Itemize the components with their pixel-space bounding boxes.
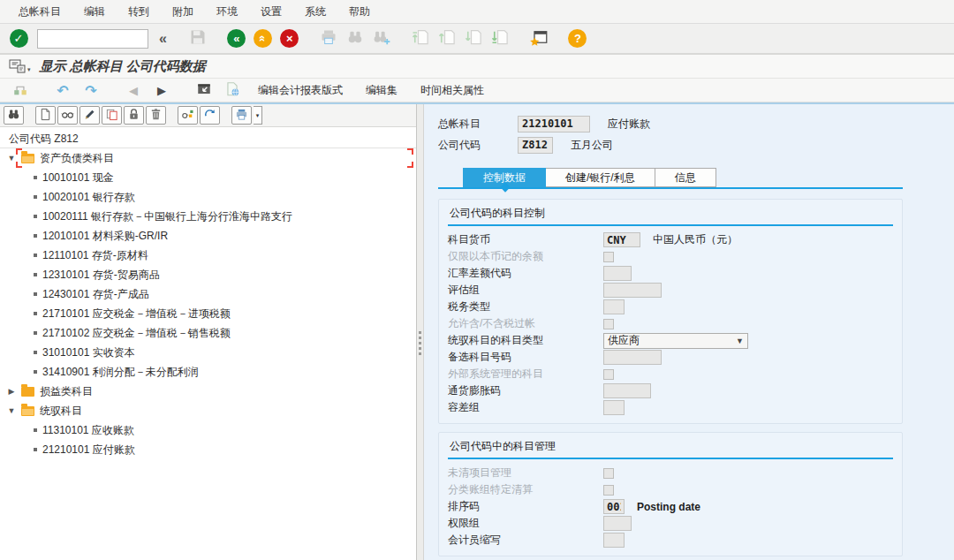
next-button[interactable]: ▶ [150,80,173,100]
redo-button[interactable]: ↷ [80,80,102,100]
field-input[interactable] [603,266,632,281]
field-input[interactable] [603,400,625,415]
display-icon [61,108,74,124]
field-checkbox[interactable] [603,319,614,329]
field-label: 科目货币 [448,232,603,247]
tree-item[interactable]: ▼资产负债类科目 [0,148,416,168]
find-button[interactable] [344,27,367,50]
tree-header-company-code: 公司代码 Z812 [0,129,416,148]
tree-item[interactable]: 12310101 存货-贸易商品 [0,265,416,284]
menu-item-7[interactable]: 帮助 [337,4,382,19]
back-button[interactable]: « [225,27,248,50]
field-checkbox[interactable] [603,468,614,479]
field-input[interactable] [603,533,625,548]
menu-item-2[interactable]: 转到 [117,4,161,19]
tree-item[interactable]: 31010101 实收资本 [0,343,416,362]
tree-item[interactable]: 10020111 银行存款－中国银行上海分行淮海中路支行 [0,207,416,226]
tree-item[interactable]: 12430101 存货-产成品 [0,284,416,304]
print-button[interactable] [317,27,340,50]
field-select[interactable]: 供应商▼ [603,333,748,349]
menu-item-4[interactable]: 环境 [205,4,249,19]
tree-item[interactable]: 10010101 现金 [0,168,416,187]
command-field-input[interactable] [37,29,148,49]
chevron-down-icon[interactable]: ▼ [7,154,16,163]
tree-display-button[interactable] [57,106,78,125]
selection-corner [407,148,413,155]
field-checkbox[interactable] [603,485,614,496]
undo-button[interactable]: ↶ [51,80,74,100]
field-checkbox[interactable] [603,252,614,262]
print-icon [320,28,337,49]
hierarchy-button[interactable] [9,80,32,100]
tab-2[interactable]: 信息 [655,168,716,187]
tree-item[interactable]: ▼统驭科目 [0,401,416,420]
menu-item-0[interactable]: 总帐科目 [7,4,72,19]
previous-button[interactable]: ◀ [122,80,145,100]
find-next-button[interactable] [370,27,393,50]
tree-copy-button[interactable] [102,106,122,125]
chevron-right-icon[interactable]: ▶ [7,387,16,396]
tree-item[interactable]: 12110101 存货-原材料 [0,246,416,265]
new-session-button[interactable] [527,27,550,50]
tree-edit-button[interactable] [80,106,100,125]
company-code-value[interactable]: Z812 [518,137,553,154]
gl-account-value[interactable]: 21210101 [518,116,590,132]
tree-create-button[interactable] [35,106,56,125]
find-next-icon [373,28,390,49]
tree-item[interactable]: ▶损益类科目 [0,382,416,401]
delete-icon [149,108,163,124]
tree-item[interactable]: 12010101 材料采购-GR/IR [0,226,416,246]
cancel-button[interactable]: × [278,27,301,50]
exit-button[interactable]: « [252,27,275,50]
first-page-button[interactable] [409,27,432,50]
tree-print-dropdown-icon[interactable]: ▾ [254,106,262,125]
gl-account-label: 总帐科目 [438,117,518,132]
field-input[interactable] [603,499,625,514]
menu-item-5[interactable]: 设置 [249,4,293,19]
last-page-button[interactable] [488,27,511,50]
app-button-2[interactable]: 时间相关属性 [412,83,493,98]
tree-item[interactable]: 21710101 应交税金－增值税－进项税额 [0,304,416,323]
block-button[interactable] [193,80,216,100]
menu-item-1[interactable]: 编辑 [72,4,117,19]
tree-print-button[interactable] [231,106,252,125]
chevron-down-icon[interactable]: ▼ [7,406,16,415]
menu-item-6[interactable]: 系统 [293,4,337,19]
tree-lock-button[interactable] [124,106,144,125]
enter-button[interactable]: ✓ [7,27,30,50]
page-down-button[interactable] [462,27,485,50]
menu-item-3[interactable]: 附加 [161,4,205,19]
form-section-1: 公司代码中的科目管理未清项目管理分类账组特定清算排序码Posting date权… [438,432,903,556]
app-button-0[interactable]: 编辑会计报表版式 [249,83,352,98]
tree-find-button[interactable] [4,106,24,125]
help-button[interactable]: ? [566,27,589,50]
tree-account-label: 10020111 银行存款－中国银行上海分行淮海中路支行 [42,209,292,224]
tree-item[interactable]: 21210101 应付账款 [0,440,416,459]
selection-corner [16,162,22,168]
redo-icon: ↷ [85,82,96,99]
app-button-1[interactable]: 编辑集 [357,83,406,98]
field-input[interactable] [603,299,625,314]
field-input[interactable] [603,350,662,365]
tree-toggle-edit-button[interactable] [178,106,198,125]
doc-globe-button[interactable] [221,80,244,100]
tree-item[interactable]: 31410901 利润分配－未分配利润 [0,362,416,382]
field-input[interactable] [603,283,662,298]
field-input[interactable] [603,383,651,398]
collapse-command-field-icon[interactable]: « [155,31,170,47]
page-up-button[interactable] [435,27,458,50]
pane-splitter[interactable] [417,104,424,560]
save-button[interactable] [186,27,209,50]
tree-item[interactable]: 21710102 应交税金－增值税－销售税额 [0,323,416,343]
field-input[interactable] [603,516,632,531]
tree-refresh-button[interactable] [200,106,220,125]
tab-1[interactable]: 创建/银行/利息 [546,168,655,187]
field-checkbox[interactable] [603,369,614,380]
form-row: 备选科目号码 [448,349,893,366]
window-menu-icon[interactable]: ▾ [9,59,31,73]
tree-item[interactable]: 10020101 银行存款 [0,187,416,207]
title-dropdown-icon[interactable]: ▾ [27,66,31,73]
tree-delete-button[interactable] [146,106,166,125]
field-input[interactable] [603,232,640,247]
tree-item[interactable]: 11310101 应收账款 [0,420,416,440]
